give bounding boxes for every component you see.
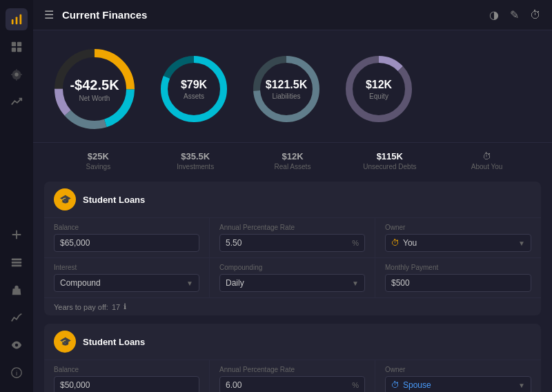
- owner-input-1[interactable]: ⏱ You ▼: [385, 234, 531, 252]
- sidebar-item-gear[interactable]: [6, 63, 28, 86]
- edit-icon[interactable]: ✎: [510, 8, 519, 21]
- years-payoff-label-1: Years to pay off:: [54, 303, 108, 311]
- sidebar-item-bag[interactable]: [6, 279, 28, 301]
- balance-input-2[interactable]: $50,000: [54, 376, 199, 392]
- equity-sublabel: Equity: [366, 92, 392, 100]
- svg-rect-3: [12, 42, 16, 46]
- owner-field-inner-2: ⏱ Spouse: [391, 380, 431, 390]
- sidebar-item-analytics[interactable]: [6, 306, 28, 329]
- stat-savings-value: $25K: [55, 151, 141, 161]
- svg-rect-9: [12, 262, 21, 264]
- owner-dropdown-arrow-2: ▼: [518, 382, 525, 389]
- owner-icon-1: ⏱: [391, 238, 400, 248]
- menu-icon[interactable]: ☰: [44, 8, 54, 21]
- stat-real-assets[interactable]: $12K Real Assets: [244, 148, 342, 173]
- assets-value: $79K: [181, 78, 207, 91]
- stat-investments[interactable]: $35.5K Investments: [147, 148, 244, 173]
- owner-input-2[interactable]: ⏱ Spouse ▼: [385, 376, 531, 392]
- years-payoff-value-1: 17: [112, 303, 120, 311]
- field-compounding-1: Compounding Daily ▼: [210, 258, 375, 298]
- stat-unsecured[interactable]: $115K Unsecured Debts: [341, 148, 438, 173]
- balance-label-1: Balance: [54, 224, 199, 231]
- header: ☰ Current Finances ◑ ✎ ⏱: [33, 0, 552, 30]
- equity-value: $12K: [366, 78, 392, 91]
- sidebar-item-chart[interactable]: [6, 8, 28, 30]
- sidebar-item-table[interactable]: [6, 251, 28, 273]
- main-content: ☰ Current Finances ◑ ✎ ⏱ -$42: [33, 0, 552, 392]
- field-apr-1: Annual Percentage Rate 5.50 %: [210, 218, 375, 258]
- debt-header-1: 🎓 Student Loans: [44, 182, 541, 218]
- monthly-label-1: Monthly Payment: [385, 264, 531, 271]
- page-title: Current Finances: [62, 9, 489, 21]
- assets-sublabel: Assets: [181, 92, 207, 100]
- net-worth-sublabel: Net Worth: [70, 95, 119, 102]
- field-monthly-1: Monthly Payment $500: [375, 258, 541, 298]
- liabilities-value: $121.5K: [266, 78, 308, 91]
- owner-label-2: Owner: [385, 366, 531, 373]
- equity-label: $12K Equity: [366, 78, 392, 100]
- stat-savings-label: Savings: [55, 163, 141, 170]
- about-icon: ⏱: [444, 151, 530, 161]
- sidebar-item-eye[interactable]: [6, 334, 28, 356]
- moon-icon[interactable]: ◑: [489, 8, 499, 21]
- stat-real-assets-value: $12K: [250, 151, 336, 161]
- stat-about[interactable]: ⏱ About You: [438, 148, 535, 173]
- years-payoff-info-icon-1: ℹ: [124, 302, 126, 311]
- apr-input-2[interactable]: 6.00 %: [219, 376, 365, 392]
- stat-unsecured-value: $115K: [346, 151, 433, 161]
- debt-title-2: Student Loans: [83, 337, 145, 347]
- balance-label-2: Balance: [54, 366, 199, 373]
- compounding-input-1[interactable]: Daily ▼: [219, 274, 365, 292]
- debt-title-1: Student Loans: [83, 195, 145, 205]
- liabilities-chart: $121.5K Liabilities: [248, 51, 324, 127]
- owner-label-1: Owner: [385, 224, 531, 231]
- svg-rect-1: [16, 17, 18, 24]
- stat-savings[interactable]: $25K Savings: [50, 148, 147, 173]
- svg-rect-10: [12, 265, 21, 267]
- owner-field-inner-1: ⏱ You: [391, 238, 417, 248]
- owner-icon-2: ⏱: [391, 380, 400, 390]
- field-owner-1: Owner ⏱ You ▼: [375, 218, 541, 258]
- debt-icon-2: 🎓: [54, 331, 76, 353]
- debt-fields-1: Balance $65,000 Annual Percentage Rate 5…: [44, 218, 541, 298]
- sidebar-item-trend[interactable]: [6, 91, 28, 113]
- owner-dropdown-arrow-1: ▼: [518, 239, 525, 247]
- assets-label: $79K Assets: [181, 78, 207, 100]
- svg-rect-8: [12, 259, 21, 261]
- svg-rect-4: [17, 42, 21, 46]
- field-balance-1: Balance $65,000: [44, 218, 210, 258]
- liabilities-label: $121.5K Liabilities: [266, 78, 308, 100]
- assets-chart: $79K Assets: [156, 51, 232, 127]
- monthly-input-1[interactable]: $500: [385, 274, 531, 292]
- stat-real-assets-label: Real Assets: [250, 163, 336, 170]
- sidebar-item-add[interactable]: [6, 224, 28, 246]
- years-payoff-1: Years to pay off: 17 ℹ: [44, 298, 541, 315]
- field-interest-1: Interest Compound ▼: [44, 258, 210, 298]
- header-actions: ◑ ✎ ⏱: [489, 8, 541, 21]
- content-area: -$42.5K Net Worth $79K Assets: [33, 30, 552, 392]
- compounding-label-1: Compounding: [219, 264, 365, 271]
- refresh-icon[interactable]: ⏱: [530, 9, 541, 21]
- net-worth-chart: -$42.5K Net Worth: [50, 44, 139, 134]
- equity-chart: $12K Equity: [341, 51, 417, 127]
- field-owner-2: Owner ⏱ Spouse ▼: [375, 360, 541, 392]
- sidebar-item-grid[interactable]: [6, 36, 28, 58]
- apr-label-1: Annual Percentage Rate: [219, 224, 365, 231]
- sidebar: i: [0, 0, 33, 392]
- field-apr-2: Annual Percentage Rate 6.00 %: [210, 360, 375, 392]
- debt-fields-2: Balance $50,000 Annual Percentage Rate 6…: [44, 360, 541, 392]
- apr-input-1[interactable]: 5.50 %: [219, 234, 365, 252]
- sidebar-item-info[interactable]: i: [6, 362, 28, 384]
- debt-icon-1: 🎓: [54, 188, 76, 210]
- svg-rect-0: [12, 19, 14, 24]
- stat-about-label: About You: [444, 163, 530, 170]
- debt-header-2: 🎓 Student Loans: [44, 324, 541, 360]
- interest-input-1[interactable]: Compound ▼: [54, 274, 199, 292]
- stat-investments-value: $35.5K: [152, 151, 239, 161]
- net-worth-value: -$42.5K: [70, 77, 119, 93]
- charts-section: -$42.5K Net Worth $79K Assets: [33, 30, 552, 143]
- balance-input-1[interactable]: $65,000: [54, 234, 199, 252]
- net-worth-label: -$42.5K Net Worth: [70, 77, 119, 102]
- svg-point-11: [15, 344, 19, 347]
- compounding-arrow-1: ▼: [352, 280, 359, 287]
